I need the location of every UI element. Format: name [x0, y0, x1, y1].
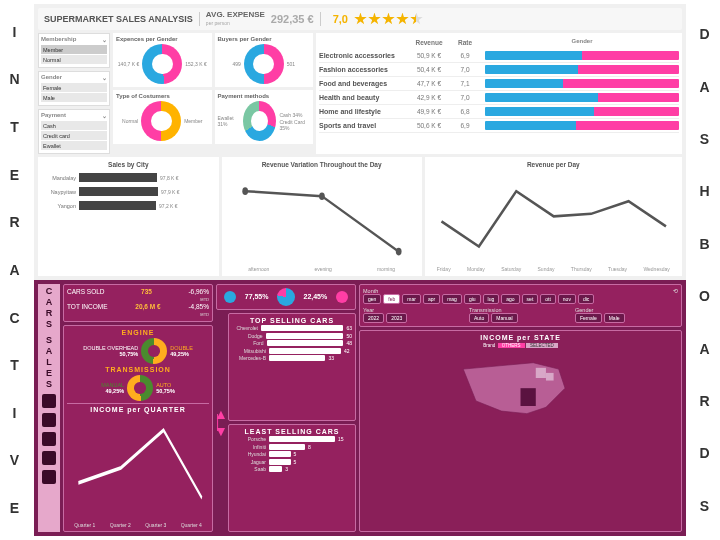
filter-chip[interactable]: Female: [575, 313, 602, 323]
kpi-value: 20,6 M €: [135, 303, 160, 317]
kpi-delta: -6,96%: [188, 288, 209, 295]
chart-customer-type: Type of Costumers Normal Member: [113, 90, 212, 144]
filter-option[interactable]: Member: [41, 45, 107, 54]
pct-value: 22,45%: [304, 293, 328, 300]
filter-chip[interactable]: mag: [442, 294, 462, 304]
bar-row: Ford48: [232, 340, 352, 346]
sidebar-nav-icon[interactable]: [42, 394, 56, 408]
line-icon: [226, 171, 418, 272]
chart-expenses-gender: Expences per Gender 140,7 K € 152,3 K €: [113, 33, 212, 87]
filter-chip[interactable]: ago: [501, 294, 519, 304]
table-row[interactable]: Fashion accessories50,4 K €7,0: [319, 63, 679, 77]
data-value: 49,25%: [105, 388, 124, 394]
data-label: 501: [287, 61, 295, 67]
bar-value: 42: [344, 348, 350, 354]
sidebar-nav-icon[interactable]: [42, 451, 56, 465]
filter-chip[interactable]: ott: [540, 294, 556, 304]
rail-letter: C: [9, 310, 20, 326]
bar-row: Jaguar5: [232, 459, 352, 465]
axis-tick: morning: [377, 266, 395, 272]
section-title: TRANSMISSION: [67, 366, 209, 373]
section-title: LEAST SELLING CARS: [232, 428, 352, 435]
svg-point-0: [242, 187, 248, 195]
kpi-label: TOT INCOME: [67, 303, 108, 317]
clear-icon[interactable]: ⟲: [673, 288, 678, 294]
header: SUPERMARKET SALES ANALYSIS AVG. EXPENSEp…: [38, 8, 682, 30]
filter-chip[interactable]: Manual: [491, 313, 517, 323]
filter-chip[interactable]: set: [522, 294, 539, 304]
table-row[interactable]: Food and beverages47,7 K €7,1: [319, 77, 679, 91]
filter-title: Gender: [575, 307, 593, 313]
axis-tick: Saturday: [501, 266, 521, 272]
kpi-label: CARS SOLD: [67, 288, 105, 302]
filter-chip[interactable]: feb: [383, 294, 400, 304]
chart-title: Type of Costumers: [116, 93, 170, 99]
table-row[interactable]: Sports and travel50,6 K €6,9: [319, 119, 679, 133]
bar-value: 63: [346, 325, 352, 331]
filter-chip[interactable]: mar: [402, 294, 421, 304]
bar-value: 97,9 K €: [161, 189, 180, 195]
svg-rect-4: [536, 368, 546, 378]
axis-tick: evening: [314, 266, 332, 272]
filter-chip[interactable]: lug: [483, 294, 500, 304]
bar-row: Infiniti8: [232, 444, 352, 450]
filter-option[interactable]: Cash: [41, 121, 107, 130]
cell-name: Health and beauty: [319, 94, 409, 101]
sidebar-letter: S: [46, 380, 52, 389]
clear-icon[interactable]: ⌄: [102, 36, 107, 43]
filter-chip[interactable]: Male: [604, 313, 625, 323]
rating-value: 7,0: [333, 13, 348, 25]
least-selling-panel: LEAST SELLING CARS Porsche15Infiniti8Hyu…: [228, 424, 356, 532]
filter-option[interactable]: Female: [41, 83, 107, 92]
sidebar-nav-icon[interactable]: [42, 432, 56, 446]
bar-icon: [269, 459, 291, 465]
filter-option[interactable]: Ewallet: [41, 141, 107, 150]
filter-option[interactable]: Credit card: [41, 131, 107, 140]
axis-tick: Quarter 3: [145, 522, 166, 528]
filter-title: Payment: [41, 112, 66, 119]
gender-bar: [485, 107, 679, 116]
line-icon: [67, 415, 209, 528]
filter-chip[interactable]: gen: [363, 294, 381, 304]
filter-option[interactable]: Male: [41, 93, 107, 102]
male-icon: [224, 291, 236, 303]
sidebar-nav-icon[interactable]: [42, 470, 56, 484]
clear-icon[interactable]: ⌄: [102, 112, 107, 119]
filter-chip[interactable]: 2022: [363, 313, 384, 323]
left-rail: INTERACTIVE: [0, 0, 30, 540]
cell-name: Food and beverages: [319, 80, 409, 87]
table-row[interactable]: Home and lifestyle49,9 K €6,8: [319, 105, 679, 119]
chart-rev-weekday: Revenue per Day FridayMondaySaturdaySund…: [425, 157, 682, 276]
income-per-state-map[interactable]: INCOME per STATE Brand OTHERS SELECTED: [359, 330, 682, 532]
table-row[interactable]: Health and beauty42,9 K €7,0: [319, 91, 679, 105]
chart-title: Sales by City: [42, 161, 215, 168]
filter-chip[interactable]: giu: [464, 294, 481, 304]
rail-letter: A: [699, 341, 710, 357]
donut-icon: [277, 288, 295, 306]
kpi-panel: CARS SOLD735-6,96%MTD TOT INCOME20,6 M €…: [63, 284, 213, 322]
filter-chip[interactable]: apr: [423, 294, 440, 304]
axis-tick: Wednesday: [643, 266, 669, 272]
cars-filter-panel: Month⟲ genfebmaraprmaggiulugagosetottnov…: [359, 284, 682, 327]
table-row[interactable]: Electronic accessories50,9 K €6,9: [319, 49, 679, 63]
engine-trans-income: ENGINE DOUBLE OVERHEAD50,75% DOUBLE49,25…: [63, 325, 213, 532]
bar-label: Mandalay: [42, 175, 76, 181]
kpi-sub: MTD: [200, 297, 209, 302]
clear-icon[interactable]: ⌄: [102, 74, 107, 81]
rail-letter: I: [13, 405, 18, 421]
sidebar-nav-icon[interactable]: [42, 413, 56, 427]
filter-chip[interactable]: 2023: [386, 313, 407, 323]
axis-tick: afternoon: [248, 266, 269, 272]
cell-rev: 50,9 K €: [413, 52, 445, 59]
cell-rate: 7,0: [449, 94, 481, 101]
donut-icon: [243, 101, 276, 141]
cell-rev: 47,7 K €: [413, 80, 445, 87]
col-header: Gender: [485, 38, 679, 47]
filter-chip[interactable]: dic: [578, 294, 594, 304]
bar-value: 3: [285, 466, 288, 472]
filter-panel: Membership⌄ Member Normal Gender⌄ Female…: [38, 33, 110, 154]
filter-chip[interactable]: Auto: [469, 313, 489, 323]
line-icon: [429, 171, 678, 272]
filter-option[interactable]: Normal: [41, 55, 107, 64]
filter-chip[interactable]: nov: [558, 294, 576, 304]
